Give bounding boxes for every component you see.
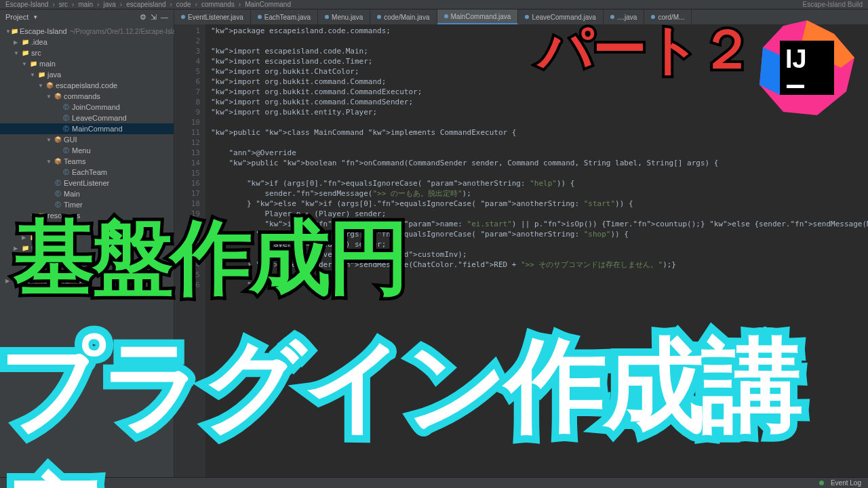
tree-item-escape-island[interactable]: ▼📁Escape-Island~/Programs/Ore/1.12.2/Esc… bbox=[0, 26, 174, 37]
tree-item-commands[interactable]: ▼📦commands bbox=[0, 91, 174, 102]
tree-item-escapeisland-code[interactable]: ▼📦escapeisland.code bbox=[0, 80, 174, 91]
editor-tab[interactable]: EachTeam.java bbox=[251, 9, 318, 24]
breadcrumb[interactable]: MainCommand bbox=[245, 1, 291, 8]
hide-icon[interactable]: — bbox=[161, 13, 168, 21]
editor-tab[interactable]: code/Main.java bbox=[370, 9, 437, 24]
project-panel-title: Project bbox=[5, 13, 28, 21]
tree-item-maincommand[interactable]: ⒸMainCommand bbox=[0, 123, 174, 134]
overlay-cyan-title: プラグイン作成講座 bbox=[0, 319, 868, 488]
breadcrumb[interactable]: java bbox=[103, 1, 115, 8]
tree-item-teams[interactable]: ▼📦Teams bbox=[0, 156, 174, 167]
breadcrumb[interactable]: src bbox=[59, 1, 68, 8]
tree-item-main[interactable]: ▼📁main bbox=[0, 58, 174, 69]
tree-item-joincommand[interactable]: ⒸJoinCommand bbox=[0, 102, 174, 113]
tree-item-eventlistener[interactable]: ⒸEventListener bbox=[0, 178, 174, 188]
gear-icon[interactable]: ⚙ bbox=[140, 13, 146, 22]
breadcrumb[interactable]: code bbox=[176, 1, 191, 8]
run-config[interactable]: Escape-Island Build bbox=[803, 1, 863, 8]
breadcrumb[interactable]: main bbox=[78, 1, 93, 8]
intellij-logo: IJ bbox=[760, 20, 854, 115]
tree-item-leavecommand[interactable]: ⒸLeaveCommand bbox=[0, 113, 174, 123]
project-panel-header[interactable]: Project ▼ ⚙ ⇲ — bbox=[0, 9, 174, 24]
editor-tab[interactable]: Menu.java bbox=[318, 9, 370, 24]
overlay-part-number: パート２ bbox=[538, 14, 753, 87]
overlay-green-title: 基盤作成円 bbox=[14, 203, 407, 314]
breadcrumb[interactable]: Escape-Island bbox=[5, 1, 48, 8]
tree-item-menu[interactable]: ⒸMenu bbox=[0, 145, 174, 156]
tree-item-eachteam[interactable]: ⒸEachTeam bbox=[0, 167, 174, 178]
tree-item-src[interactable]: ▼📁src bbox=[0, 47, 174, 58]
breadcrumb[interactable]: commands bbox=[201, 1, 235, 8]
breadcrumb-bar: Escape-Island› src› main› java› escapeis… bbox=[0, 0, 868, 9]
tree-item-main[interactable]: ⒸMain bbox=[0, 188, 174, 199]
collapse-icon[interactable]: ⇲ bbox=[151, 13, 157, 22]
breadcrumb[interactable]: escapeisland bbox=[126, 1, 165, 8]
editor-tab[interactable]: MainCommand.java bbox=[437, 9, 519, 24]
tree-item-gui[interactable]: ▼📦GUI bbox=[0, 134, 174, 145]
tree-item-java[interactable]: ▼📁java bbox=[0, 69, 174, 80]
tree-item--idea[interactable]: ▶📁.idea bbox=[0, 37, 174, 47]
editor-tab[interactable]: EventListener.java bbox=[174, 9, 251, 24]
logo-text: IJ bbox=[785, 45, 807, 73]
